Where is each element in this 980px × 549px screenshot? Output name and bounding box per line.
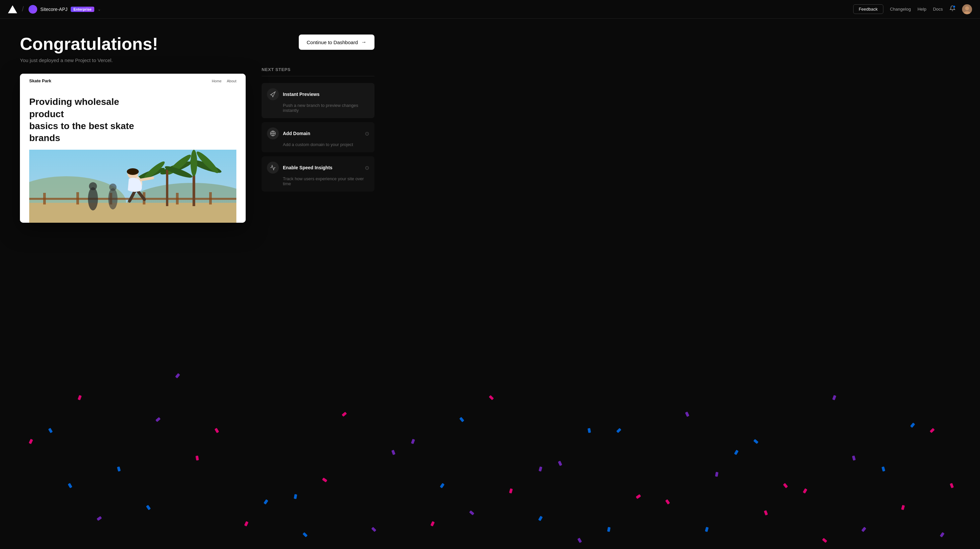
preview-image (29, 150, 236, 223)
svg-point-33 (109, 183, 116, 191)
preview-window: Skate Park Home About Providing wholesal… (20, 74, 246, 223)
confetti-piece (302, 532, 308, 538)
confetti-piece (196, 455, 199, 460)
step-card-header: Instant Previews (267, 88, 369, 100)
confetti-piece (489, 395, 494, 400)
svg-point-32 (108, 188, 118, 210)
preview-nav-links: Home About (212, 79, 236, 83)
step-card-speed-insights[interactable]: Enable Speed Insights ⊙ Track how users … (262, 156, 374, 191)
confetti-piece (940, 532, 945, 537)
confetti-piece (342, 412, 347, 417)
continue-to-dashboard-button[interactable]: Continue to Dashboard → (299, 35, 374, 50)
step-card-add-domain[interactable]: Add Domain ⊙ Add a custom domain to your… (262, 122, 374, 152)
confetti-piece (685, 411, 689, 417)
preview-headline: Providing wholesale product basics to th… (29, 96, 135, 145)
confetti-piece (146, 505, 151, 510)
confetti-piece (117, 466, 121, 472)
confetti-piece (822, 538, 827, 543)
svg-rect-13 (209, 192, 212, 204)
preview-site-nav: Skate Park Home About (20, 74, 246, 88)
confetti-piece (705, 527, 709, 532)
user-avatar[interactable] (962, 4, 972, 14)
svg-point-31 (89, 182, 97, 190)
confetti-piece (783, 483, 788, 488)
speed-insights-arrow-icon: ⊙ (365, 165, 369, 171)
confetti-piece (371, 527, 377, 532)
confetti-piece (411, 439, 415, 444)
svg-point-26 (127, 168, 139, 175)
preview-content: Providing wholesale product basics to th… (20, 88, 246, 223)
confetti-piece (607, 527, 611, 532)
navbar: / Sitecore-APJ Enterprise ⌄ Feedback Cha… (0, 0, 980, 19)
congratulations-title: Congratulations! (20, 35, 246, 53)
vercel-logo-icon (8, 5, 17, 14)
confetti-piece (588, 428, 591, 433)
nav-slash: / (22, 5, 24, 13)
confetti-piece (509, 488, 512, 493)
confetti-piece (950, 483, 954, 488)
confetti-piece (460, 417, 465, 422)
add-domain-description: Add a custom domain to your project (267, 142, 369, 147)
confetti-piece (753, 439, 759, 444)
preview-site-brand: Skate Park (29, 78, 51, 83)
confetti-piece (852, 455, 856, 461)
confetti-piece (538, 466, 542, 472)
step-card-instant-previews[interactable]: Instant Previews Push a new branch to pr… (262, 83, 374, 118)
svg-rect-20 (166, 170, 168, 206)
org-name[interactable]: Sitecore-APJ (40, 6, 68, 12)
confetti-piece (578, 538, 582, 543)
confetti-piece (264, 499, 269, 504)
changelog-link[interactable]: Changelog (890, 6, 911, 12)
step-icon-title: Instant Previews (267, 88, 320, 100)
speed-insights-icon-title: Enable Speed Insights (267, 162, 332, 173)
svg-rect-12 (176, 193, 178, 204)
confetti-piece (293, 494, 297, 499)
svg-point-19 (191, 150, 197, 176)
svg-rect-6 (29, 203, 236, 223)
speed-insights-icon (267, 162, 279, 173)
confetti-piece (78, 395, 82, 400)
confetti-piece (175, 373, 180, 379)
svg-point-1 (965, 6, 969, 10)
next-steps-header: Next Steps (262, 67, 374, 72)
feedback-button[interactable]: Feedback (853, 4, 883, 14)
docs-link[interactable]: Docs (933, 6, 943, 12)
left-section: Congratulations! You just deployed a new… (20, 35, 246, 223)
right-section: Continue to Dashboard → Next Steps Insta… (262, 35, 374, 223)
help-link[interactable]: Help (918, 6, 927, 12)
notification-button[interactable] (950, 5, 955, 13)
confetti-piece (440, 483, 445, 488)
speed-insights-title: Enable Speed Insights (283, 165, 332, 170)
confetti-piece (68, 483, 72, 488)
confetti-piece (430, 521, 434, 527)
add-domain-header: Add Domain ⊙ (267, 127, 369, 139)
preview-image-svg (29, 150, 236, 223)
confetti-piece (155, 417, 161, 422)
confetti-piece (901, 505, 905, 510)
confetti-piece (244, 521, 248, 527)
confetti-piece (469, 511, 474, 516)
confetti-piece (636, 494, 641, 499)
confetti-piece (29, 439, 33, 444)
chevron-down-icon[interactable]: ⌄ (98, 7, 101, 12)
preview-nav-about: About (227, 79, 236, 83)
next-steps-section: Next Steps Instant Previews Push a new b… (262, 67, 374, 191)
instant-previews-icon (267, 88, 279, 100)
svg-rect-9 (76, 192, 79, 204)
speed-insights-description: Track how users experience your site ove… (267, 176, 369, 186)
confetti-piece (322, 477, 327, 483)
main-content: Congratulations! You just deployed a new… (0, 19, 980, 239)
confetti-piece (715, 472, 718, 477)
svg-rect-8 (43, 193, 46, 204)
arrow-right-icon: → (361, 39, 366, 45)
confetti-piece (881, 466, 885, 472)
confetti-piece (764, 510, 768, 516)
preview-nav-home: Home (212, 79, 221, 83)
confetti-piece (558, 461, 562, 466)
instant-previews-title: Instant Previews (283, 92, 320, 97)
confetti-piece (215, 428, 219, 433)
navbar-left: / Sitecore-APJ Enterprise ⌄ (8, 5, 101, 14)
navbar-right: Feedback Changelog Help Docs (853, 4, 972, 14)
notification-dot (953, 5, 955, 8)
confetti-piece (930, 428, 935, 433)
